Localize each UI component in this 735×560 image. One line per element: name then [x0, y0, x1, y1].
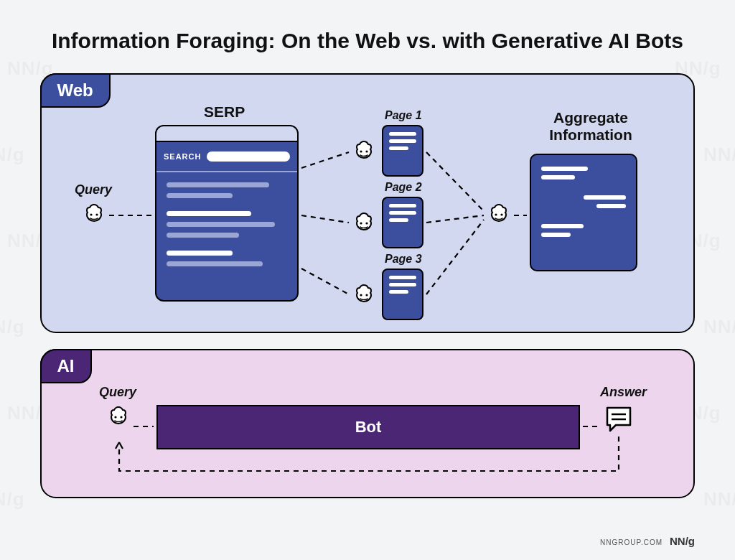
- svg-line-14: [426, 152, 484, 211]
- web-tab: Web: [40, 73, 111, 108]
- serp-label: SERP: [204, 103, 245, 121]
- ai-tab: AI: [40, 349, 92, 383]
- query-label-web: Query: [75, 182, 112, 197]
- svg-line-12: [301, 215, 349, 223]
- aggregate-label: Aggregate Information: [544, 109, 637, 144]
- search-text: SEARCH: [164, 152, 201, 161]
- search-input-glyph: [207, 151, 290, 162]
- svg-point-3: [365, 150, 368, 152]
- diagram-title: Information Foraging: On the Web vs. wit…: [40, 29, 695, 53]
- bot-label: Bot: [355, 418, 382, 437]
- page3-card: [382, 269, 423, 320]
- attribution: NNGROUP.COM NN/g: [600, 535, 695, 547]
- svg-line-13: [301, 269, 349, 294]
- svg-point-4: [360, 222, 362, 224]
- user-face-icon: [487, 202, 511, 227]
- svg-line-11: [301, 152, 349, 168]
- page2-card: [382, 197, 423, 248]
- svg-point-5: [365, 222, 368, 224]
- web-panel: Web Query SERP SEARCH Page 1: [40, 73, 695, 333]
- svg-point-2: [360, 150, 362, 152]
- attribution-logo: NN/g: [670, 535, 695, 547]
- user-face-icon: [106, 405, 131, 429]
- page1-card: [382, 125, 423, 177]
- user-face-icon: [82, 202, 106, 227]
- answer-label: Answer: [600, 385, 647, 400]
- svg-point-18: [114, 416, 116, 418]
- user-face-icon: [352, 139, 376, 164]
- svg-point-6: [360, 294, 362, 296]
- attribution-site: NNGROUP.COM: [600, 538, 663, 546]
- svg-point-1: [95, 213, 98, 215]
- svg-point-9: [500, 213, 502, 215]
- aggregate-card: [530, 154, 637, 271]
- page1-label: Page 1: [385, 109, 422, 122]
- svg-point-19: [120, 416, 122, 418]
- user-face-icon: [352, 211, 376, 235]
- page3-label: Page 3: [385, 253, 422, 266]
- svg-line-16: [426, 220, 484, 294]
- page2-label: Page 2: [385, 181, 422, 194]
- svg-line-15: [426, 215, 484, 223]
- serp-card: SEARCH: [155, 125, 299, 302]
- chat-bubble-icon: [604, 405, 633, 434]
- svg-point-8: [495, 213, 497, 215]
- bot-bar: Bot: [156, 405, 580, 449]
- query-label-ai: Query: [99, 385, 136, 400]
- svg-point-7: [365, 294, 368, 296]
- ai-panel: AI Query Bot Answer: [40, 349, 695, 498]
- svg-point-0: [90, 213, 92, 215]
- user-face-icon: [352, 283, 376, 307]
